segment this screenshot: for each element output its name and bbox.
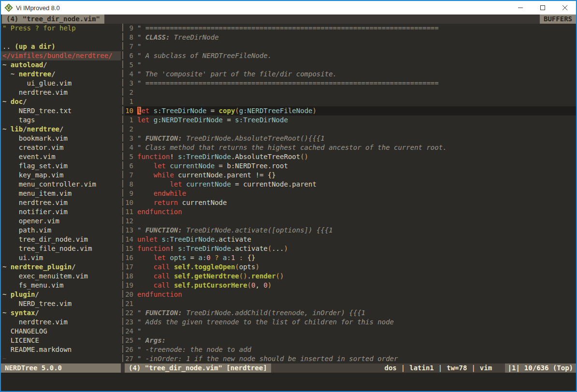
line-number: 9 <box>125 24 137 33</box>
code-line[interactable]: 2 <box>125 88 576 97</box>
code-line[interactable]: 19 call self.putCursorHere(0, 0) <box>125 281 576 290</box>
tree-file-opener[interactable]: opener.vim <box>1 217 121 226</box>
tab-tree-dir-node[interactable]: (4) "tree_dir_node.vim" <box>2 15 104 24</box>
code-line[interactable]: 1let g:NERDTreeDirNode = s:TreeDirNode <box>125 116 576 125</box>
code-line[interactable]: 7 while currentNode.parent != {} <box>125 171 576 180</box>
code-line[interactable]: 13" FUNCTION: TreeDirNode.activate([opti… <box>125 226 576 235</box>
tree-file-autoload-nerdtree-vim[interactable]: nerdtree.vim <box>1 88 121 97</box>
tree-file-notifier[interactable]: notifier.vim <box>1 207 121 217</box>
text-span: CLASS: <box>145 33 170 41</box>
tree-file-nerd-tree-vim[interactable]: NERD_tree.vim <box>1 299 121 308</box>
code-line[interactable]: 1 <box>125 97 576 106</box>
tree-file-ui[interactable]: ui.vim <box>1 253 121 262</box>
current-code-line[interactable]: 10let s:TreeDirNode = copy(g:NERDTreeFil… <box>125 106 576 116</box>
text-span: menu_item.vim <box>2 189 72 197</box>
text-span: " -treenode: the node to add <box>137 346 251 353</box>
text-span: Args: <box>145 336 166 344</box>
code-line[interactable]: 14unlet s:TreeDirNode.activate <box>125 235 576 244</box>
tree-dir-nerdtree-plugin[interactable]: ~ nerdtree_plugin/ <box>1 262 121 272</box>
code-text: unlet s:TreeDirNode.activate <box>137 235 251 244</box>
tree-file-syntax-nerdtree-vim[interactable]: nerdtree.vim <box>1 318 121 327</box>
window-separator[interactable] <box>121 24 125 363</box>
code-line[interactable]: 12 <box>125 217 576 226</box>
code-line[interactable]: 6 let currentNode = b:NERDTree.root <box>125 161 576 171</box>
code-line[interactable]: 15function! s:TreeDirNode.activate(...) <box>125 244 576 253</box>
code-line[interactable]: 8 let currentNode = currentNode.parent <box>125 180 576 189</box>
tree-file-lib-nerdtree-vim[interactable]: nerdtree.vim <box>1 198 121 207</box>
code-line[interactable]: 2 <box>125 125 576 134</box>
tree-file-ui-glue[interactable]: ui_glue.vim <box>1 79 121 88</box>
code-line[interactable]: 21 <box>125 299 576 308</box>
code-line[interactable]: 26" -treenode: the node to add <box>125 345 576 354</box>
tree-dir-lib-nerdtree[interactable]: ~ lib/nerdtree/ <box>1 125 121 134</box>
tree-file-fs-menu[interactable]: fs_menu.vim <box>1 281 121 290</box>
line-number: 16 <box>125 253 137 262</box>
tree-dir-autoload[interactable]: ~ autoload/ <box>1 60 121 70</box>
text-span: ) <box>255 263 259 271</box>
code-line[interactable]: 25" Args: <box>125 336 576 345</box>
tree-file-menu-item[interactable]: menu_item.vim <box>1 189 121 198</box>
maximize-button[interactable] <box>532 1 554 15</box>
tree-file-nerd-tree-txt[interactable]: NERD_tree.txt <box>1 106 121 116</box>
line-number: 13 <box>125 226 137 235</box>
tree-dir-syntax[interactable]: ~ syntax/ <box>1 308 121 318</box>
code-line[interactable]: 7" <box>125 42 576 51</box>
text-span: s:TreeDirNode <box>154 107 207 115</box>
tree-file-menu-controller[interactable]: menu_controller.vim <box>1 180 121 189</box>
code-line[interactable]: 20endfunction <box>125 290 576 299</box>
tree-dir-doc[interactable]: ~ doc/ <box>1 97 121 106</box>
tree-empty-tilde[interactable]: ~ <box>1 354 121 363</box>
tree-file-flag-set[interactable]: flag_set.vim <box>1 161 121 171</box>
text-span: ~ <box>2 263 11 271</box>
tree-file-tree-dir-node[interactable]: tree_dir_node.vim <box>1 235 121 244</box>
code-line[interactable]: 9 endwhile <box>125 189 576 198</box>
tree-file-tree-file-node[interactable]: tree_file_node.vim <box>1 244 121 253</box>
close-button[interactable] <box>554 1 576 15</box>
tree-file-creator[interactable]: creator.vim <box>1 143 121 152</box>
code-line[interactable]: 11endfunction <box>125 207 576 217</box>
text-span: currentNode <box>186 180 231 188</box>
tree-root-path[interactable]: </vimfiles/bundle/nerdtree/ <box>1 51 121 60</box>
tree-file-path[interactable]: path.vim <box>1 226 121 235</box>
svg-text:V: V <box>7 6 11 10</box>
code-line[interactable]: 16 let opts = a:0 ? a:1 : {} <box>125 253 576 262</box>
tree-file-changelog[interactable]: CHANGELOG <box>1 327 121 336</box>
tree-file-key-map[interactable]: key_map.vim <box>1 171 121 180</box>
code-text: call self.putCursorHere(0, 0) <box>137 281 272 290</box>
code-line[interactable]: 6" A subclass of NERDTreeFileNode. <box>125 51 576 60</box>
text-span: README.markdown <box>2 346 72 353</box>
code-text: " ======================================… <box>137 79 439 88</box>
text-span: " <box>137 336 145 344</box>
code-line[interactable]: 9" =====================================… <box>125 24 576 33</box>
tree-file-event[interactable]: event.vim <box>1 152 121 161</box>
code-line[interactable]: 18 call self.getNerdtree().render() <box>125 272 576 281</box>
tree-file-bookmark[interactable]: bookmark.vim <box>1 134 121 143</box>
tree-file-tags[interactable]: tags <box>1 116 121 125</box>
code-line[interactable]: 17 call self.toggleOpen(opts) <box>125 262 576 272</box>
tree-dir-plugin[interactable]: ~ plugin/ <box>1 290 121 299</box>
tree-up-a-dir[interactable]: .. (up a dir) <box>1 42 121 51</box>
line-number: 5 <box>125 152 137 161</box>
code-line[interactable]: 3" =====================================… <box>125 79 576 88</box>
tree-file-exec-menuitem[interactable]: exec_menuitem.vim <box>1 272 121 281</box>
code-line[interactable]: 5function! s:TreeDirNode.AbsoluteTreeRoo… <box>125 152 576 161</box>
code-line[interactable]: 23" Adds the given treenode to the list … <box>125 318 576 327</box>
code-line[interactable]: 8" CLASS: TreeDirNode <box>125 33 576 42</box>
text-span: opts <box>239 263 256 271</box>
code-line[interactable]: 3" FUNCTION: TreeDirNode.AbsoluteTreeRoo… <box>125 134 576 143</box>
vim-app-icon: V <box>5 4 13 12</box>
tree-file-readme[interactable]: README.markdown <box>1 345 121 354</box>
text-span: et <box>141 107 149 115</box>
tree-dir-autoload-nerdtree[interactable]: ~ nerdtree/ <box>1 70 121 79</box>
tree-file-licence[interactable]: LICENCE <box>1 336 121 345</box>
code-line[interactable]: 5" <box>125 60 576 70</box>
minimize-button[interactable] <box>509 1 532 15</box>
code-line[interactable]: 22" FUNCTION: TreeDirNode.addChild(treen… <box>125 308 576 318</box>
tree-help-line[interactable]: " Press ? for help <box>1 24 121 33</box>
command-line-area[interactable] <box>1 373 576 391</box>
code-line[interactable]: 24" <box>125 327 576 336</box>
code-line[interactable]: 10 return currentNode <box>125 198 576 207</box>
code-line[interactable]: 4" The 'composite' part of the file/dir … <box>125 70 576 79</box>
code-line[interactable]: 27" -inOrder: 1 if the new node should b… <box>125 354 576 363</box>
code-line[interactable]: 4" Class method that returns the highest… <box>125 143 576 152</box>
